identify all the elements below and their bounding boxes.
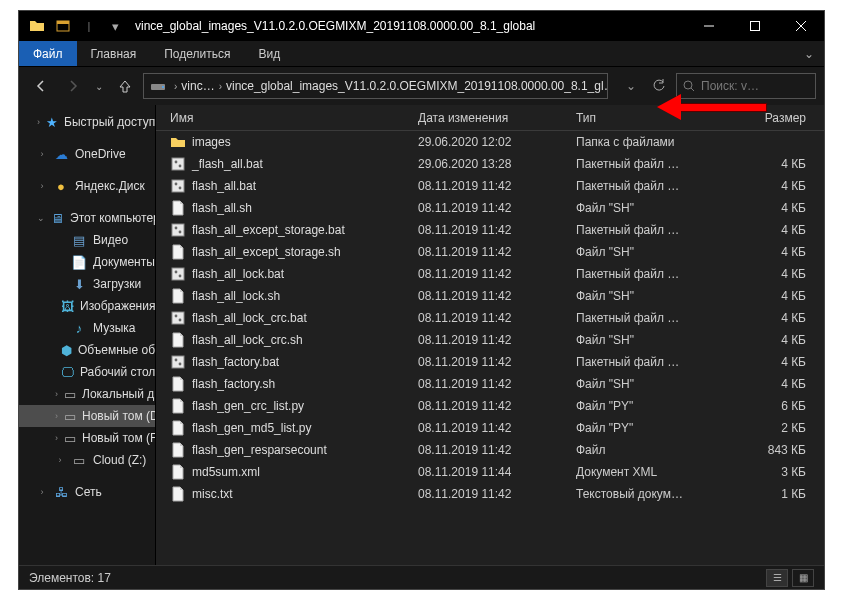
col-size[interactable]: Размер	[734, 111, 824, 125]
col-name[interactable]: Имя	[170, 111, 418, 125]
ribbon-expand-icon[interactable]: ⌄	[794, 47, 824, 61]
file-type: Файл "SH"	[576, 201, 734, 215]
file-size: 4 КБ	[734, 245, 824, 259]
sidebar-local-disk[interactable]: ›▭Локальный дис	[19, 383, 155, 405]
breadcrumb[interactable]: › vinc… › vince_global_images_V11.0.2.0.…	[143, 73, 608, 99]
file-icon	[170, 486, 186, 502]
qat-dropdown-icon[interactable]: ▾	[107, 18, 123, 34]
breadcrumb-seg2[interactable]: vince_global_images_V11.0.2.0.OEGMIXM_20…	[226, 79, 608, 93]
file-date: 08.11.2019 11:42	[418, 223, 576, 237]
titlebar[interactable]: | ▾ vince_global_images_V11.0.2.0.OEGMIX…	[19, 11, 824, 41]
file-icon	[170, 442, 186, 458]
chevron-right-icon[interactable]: ›	[170, 81, 181, 92]
file-date: 08.11.2019 11:42	[418, 355, 576, 369]
file-row[interactable]: md5sum.xml08.11.2019 11:44Документ XML3 …	[156, 461, 824, 483]
file-row[interactable]: flash_all_lock_crc.bat08.11.2019 11:42Па…	[156, 307, 824, 329]
file-icon	[170, 266, 186, 282]
back-button[interactable]	[27, 72, 55, 100]
minimize-button[interactable]	[686, 11, 732, 41]
sidebar-this-pc[interactable]: ⌄🖥Этот компьютер	[19, 207, 155, 229]
address-bar: ⌄ › vinc… › vince_global_images_V11.0.2.…	[19, 67, 824, 105]
file-size: 4 КБ	[734, 179, 824, 193]
maximize-button[interactable]	[732, 11, 778, 41]
download-icon: ⬇	[71, 276, 87, 292]
recent-dropdown-icon[interactable]: ⌄	[91, 72, 107, 100]
file-row[interactable]: flash_all_lock_crc.sh08.11.2019 11:42Фай…	[156, 329, 824, 351]
svg-rect-19	[172, 268, 184, 280]
tab-view[interactable]: Вид	[244, 41, 294, 66]
file-row[interactable]: flash_all.sh08.11.2019 11:42Файл "SH"4 К…	[156, 197, 824, 219]
item-count: Элементов: 17	[29, 571, 111, 585]
sidebar-cloud-z[interactable]: ›▭Cloud (Z:)	[19, 449, 155, 471]
nav-pane[interactable]: ›★Быстрый доступ ›☁OneDrive ›●Яндекс.Дис…	[19, 105, 156, 565]
file-row[interactable]: _flash_all.bat29.06.2020 13:28Пакетный ф…	[156, 153, 824, 175]
file-icon	[170, 464, 186, 480]
file-row[interactable]: flash_all.bat08.11.2019 11:42Пакетный фа…	[156, 175, 824, 197]
file-date: 08.11.2019 11:42	[418, 311, 576, 325]
sidebar-newvol-f[interactable]: ›▭Новый том (F:)	[19, 427, 155, 449]
file-name: flash_all_except_storage.bat	[192, 223, 345, 237]
file-row[interactable]: flash_factory.bat08.11.2019 11:42Пакетны…	[156, 351, 824, 373]
file-list[interactable]: images29.06.2020 12:02Папка с файлами_fl…	[156, 131, 824, 565]
up-button[interactable]	[111, 72, 139, 100]
refresh-button[interactable]	[646, 73, 672, 99]
file-icon	[170, 398, 186, 414]
close-button[interactable]	[778, 11, 824, 41]
search-input[interactable]: Поиск: v…	[676, 73, 816, 99]
sidebar-network[interactable]: ›🖧Сеть	[19, 481, 155, 503]
ribbon-tabs: Файл Главная Поделиться Вид ⌄	[19, 41, 824, 67]
file-row[interactable]: misc.txt08.11.2019 11:42Текстовый докум……	[156, 483, 824, 505]
file-row[interactable]: flash_gen_crc_list.py08.11.2019 11:42Фай…	[156, 395, 824, 417]
file-type: Файл	[576, 443, 734, 457]
sidebar-quick-access[interactable]: ›★Быстрый доступ	[19, 111, 155, 133]
view-details-button[interactable]: ☰	[766, 569, 788, 587]
svg-point-18	[179, 231, 182, 234]
file-row[interactable]: flash_gen_resparsecount08.11.2019 11:42Ф…	[156, 439, 824, 461]
file-date: 29.06.2020 12:02	[418, 135, 576, 149]
svg-rect-25	[172, 356, 184, 368]
svg-point-14	[175, 183, 178, 186]
file-row[interactable]: flash_all_lock.bat08.11.2019 11:42Пакетн…	[156, 263, 824, 285]
file-type: Текстовый докум…	[576, 487, 734, 501]
explorer-window: | ▾ vince_global_images_V11.0.2.0.OEGMIX…	[18, 10, 825, 590]
search-icon	[683, 80, 695, 92]
sidebar-documents[interactable]: 📄Документы	[19, 251, 155, 273]
sidebar-videos[interactable]: ▤Видео	[19, 229, 155, 251]
sidebar-onedrive[interactable]: ›☁OneDrive	[19, 143, 155, 165]
sidebar-downloads[interactable]: ⬇Загрузки	[19, 273, 155, 295]
file-type: Пакетный файл …	[576, 157, 734, 171]
sidebar-desktop[interactable]: 🖵Рабочий стол	[19, 361, 155, 383]
tab-file[interactable]: Файл	[19, 41, 77, 66]
sidebar-newvol-d[interactable]: ›▭Новый том (D:)	[19, 405, 155, 427]
sidebar-3d-objects[interactable]: ⬢Объемные объ	[19, 339, 155, 361]
file-row[interactable]: flash_all_except_storage.sh08.11.2019 11…	[156, 241, 824, 263]
svg-rect-3	[751, 22, 760, 31]
file-size: 4 КБ	[734, 377, 824, 391]
file-row[interactable]: images29.06.2020 12:02Папка с файлами	[156, 131, 824, 153]
file-date: 08.11.2019 11:42	[418, 289, 576, 303]
col-date[interactable]: Дата изменения	[418, 111, 576, 125]
breadcrumb-seg1[interactable]: vinc…	[181, 79, 214, 93]
sidebar-yandex[interactable]: ›●Яндекс.Диск	[19, 175, 155, 197]
file-row[interactable]: flash_all_except_storage.bat08.11.2019 1…	[156, 219, 824, 241]
file-type: Файл "SH"	[576, 245, 734, 259]
sidebar-pictures[interactable]: 🖼Изображения	[19, 295, 155, 317]
col-type[interactable]: Тип	[576, 111, 734, 125]
file-icon	[170, 156, 186, 172]
tab-share[interactable]: Поделиться	[150, 41, 244, 66]
file-row[interactable]: flash_gen_md5_list.py08.11.2019 11:42Фай…	[156, 417, 824, 439]
column-headers[interactable]: Имя Дата изменения Тип Размер	[156, 105, 824, 131]
sidebar-music[interactable]: ♪Музыка	[19, 317, 155, 339]
file-size: 4 КБ	[734, 311, 824, 325]
view-large-button[interactable]: ▦	[792, 569, 814, 587]
address-dropdown-icon[interactable]: ⌄	[618, 73, 644, 99]
svg-point-23	[175, 315, 178, 318]
file-row[interactable]: flash_all_lock.sh08.11.2019 11:42Файл "S…	[156, 285, 824, 307]
file-row[interactable]: flash_factory.sh08.11.2019 11:42Файл "SH…	[156, 373, 824, 395]
qat-icon[interactable]	[55, 18, 71, 34]
tab-home[interactable]: Главная	[77, 41, 151, 66]
svg-point-24	[179, 319, 182, 322]
file-size: 4 КБ	[734, 201, 824, 215]
chevron-right-icon[interactable]: ›	[215, 81, 226, 92]
forward-button[interactable]	[59, 72, 87, 100]
